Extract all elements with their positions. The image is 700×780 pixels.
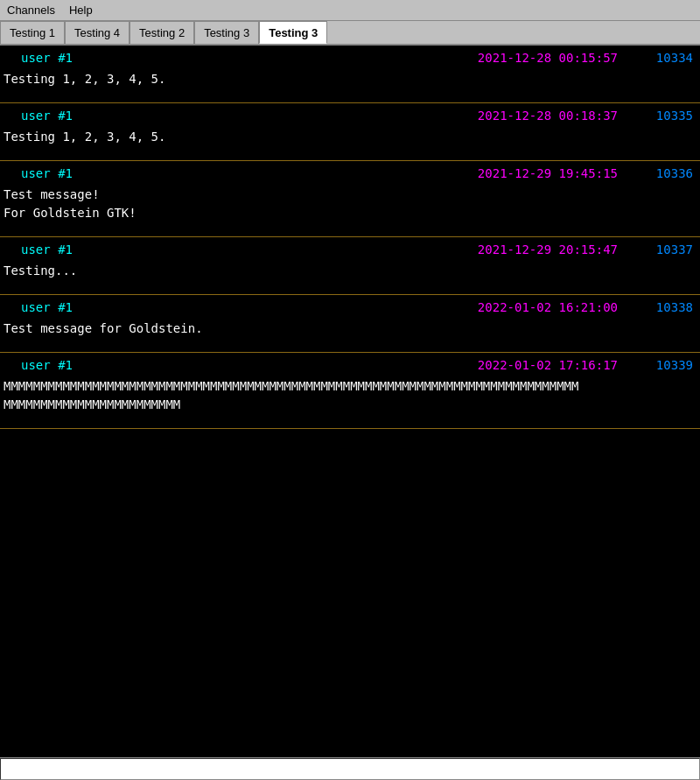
- message-line: MMMMMMMMMMMMMMMMMMMMMMMMMMMMMMMMMMMMMMMM…: [4, 377, 696, 396]
- message-header-4: user #12022-01-02 16:21:0010338: [0, 295, 700, 318]
- menu-channels[interactable]: Channels: [0, 2, 62, 18]
- message-content-4: Test message for Goldstein.: [0, 318, 700, 345]
- message-block-4: user #12022-01-02 16:21:0010338Test mess…: [0, 295, 700, 353]
- timestamp-5: 2022-01-02 17:16:17: [478, 358, 618, 372]
- message-block-1: user #12021-12-28 00:18:3710335Testing 1…: [0, 103, 700, 161]
- message-content-1: Testing 1, 2, 3, 4, 5.: [0, 126, 700, 153]
- message-line: Test message!: [4, 186, 696, 204]
- message-header-0: user #12021-12-28 00:15:5710334: [0, 46, 700, 68]
- message-block-2: user #12021-12-29 19:45:1510336Test mess…: [0, 161, 700, 237]
- message-block-3: user #12021-12-29 20:15:4710337Testing..…: [0, 237, 700, 295]
- msg-id-4: 10338: [653, 300, 696, 314]
- bottom-bar: [0, 757, 700, 780]
- message-line: Testing 1, 2, 3, 4, 5.: [4, 128, 696, 146]
- msg-id-5: 10339: [653, 358, 696, 372]
- message-line: Testing 1, 2, 3, 4, 5.: [4, 70, 696, 88]
- username-4: user #1: [21, 300, 73, 314]
- msg-id-1: 10335: [653, 109, 696, 123]
- username-2: user #1: [21, 166, 73, 180]
- message-content-2: Test message!For Goldstein GTK!: [0, 184, 700, 229]
- message-header-5: user #12022-01-02 17:16:1710339: [0, 353, 700, 376]
- message-header-3: user #12021-12-29 20:15:4710337: [0, 237, 700, 260]
- username-5: user #1: [21, 358, 73, 372]
- timestamp-4: 2022-01-02 16:21:00: [478, 300, 618, 314]
- timestamp-3: 2021-12-29 20:15:47: [478, 242, 618, 256]
- timestamp-2: 2021-12-29 19:45:15: [478, 166, 618, 180]
- message-content-0: Testing 1, 2, 3, 4, 5.: [0, 68, 700, 95]
- tabbar: Testing 1Testing 4Testing 2Testing 3Test…: [0, 21, 700, 46]
- username-1: user #1: [21, 109, 73, 123]
- msg-id-2: 10336: [653, 166, 696, 180]
- message-line: MMMMMMMMMMMMMMMMMMMMMMMM: [4, 396, 696, 414]
- messages-area: user #12021-12-28 00:15:5710334Testing 1…: [0, 46, 700, 429]
- username-3: user #1: [21, 242, 73, 256]
- timestamp-0: 2021-12-28 00:15:57: [478, 51, 618, 65]
- tab-2[interactable]: Testing 2: [130, 21, 194, 44]
- tab-4[interactable]: Testing 3: [259, 21, 327, 44]
- msg-id-0: 10334: [653, 51, 696, 65]
- message-line: Test message for Goldstein.: [4, 320, 696, 338]
- menu-help[interactable]: Help: [62, 2, 100, 18]
- msg-id-3: 10337: [653, 242, 696, 256]
- tab-1[interactable]: Testing 4: [65, 21, 130, 44]
- message-content-5: MMMMMMMMMMMMMMMMMMMMMMMMMMMMMMMMMMMMMMMM…: [0, 376, 700, 421]
- message-input[interactable]: [0, 758, 700, 780]
- message-header-1: user #12021-12-28 00:18:3710335: [0, 103, 700, 126]
- message-content-3: Testing...: [0, 260, 700, 287]
- message-header-2: user #12021-12-29 19:45:1510336: [0, 161, 700, 184]
- tab-3[interactable]: Testing 3: [194, 21, 259, 44]
- username-0: user #1: [21, 51, 73, 65]
- menubar: Channels Help: [0, 0, 700, 21]
- message-block-0: user #12021-12-28 00:15:5710334Testing 1…: [0, 46, 700, 103]
- message-line: Testing...: [4, 262, 696, 280]
- message-line: For Goldstein GTK!: [4, 204, 696, 222]
- timestamp-1: 2021-12-28 00:18:37: [478, 109, 618, 123]
- tab-0[interactable]: Testing 1: [0, 21, 65, 44]
- message-block-5: user #12022-01-02 17:16:1710339MMMMMMMMM…: [0, 353, 700, 429]
